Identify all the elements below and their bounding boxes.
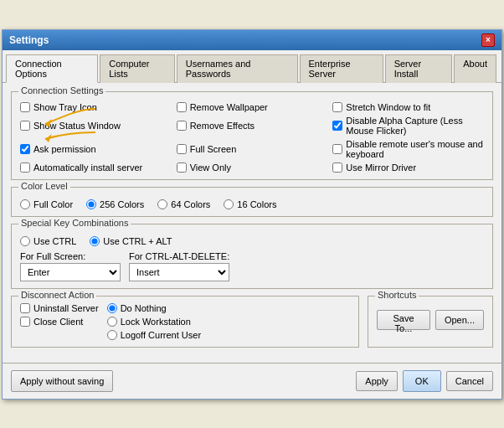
full-screen-dropdown-group: For Full Screen: Enter F1 F2 [20, 251, 121, 281]
use-ctrl-alt: Use CTRL + ALT [90, 236, 172, 246]
checkbox-remove-wallpaper-input[interactable] [177, 102, 187, 112]
apply-without-saving-button[interactable]: Apply without saving [11, 370, 113, 392]
tab-usernames-passwords[interactable]: Usernames and Passwords [177, 54, 298, 83]
checkbox-show-status-window: Show Status Window [20, 116, 172, 136]
checkbox-disable-remote-mouse-input[interactable] [332, 144, 342, 154]
checkbox-uninstall-server: Uninstall Server [20, 303, 99, 313]
checkbox-auto-install-input[interactable] [20, 162, 30, 173]
checkbox-show-status-window-input[interactable] [20, 121, 30, 131]
title-bar: Settings × [3, 30, 501, 50]
apply-button[interactable]: Apply [356, 371, 398, 391]
full-screen-select[interactable]: Enter F1 F2 [20, 263, 121, 281]
radio-lock-workstation[interactable] [107, 317, 117, 327]
connection-settings-label: Connection Settings [18, 85, 105, 95]
tab-bar: Connection Options Computer Lists Userna… [3, 50, 501, 83]
close-button[interactable]: × [481, 34, 495, 47]
tab-server-install[interactable]: Server Install [385, 54, 453, 83]
color-level-options: Full Color 256 Colors 64 Colors 16 Color… [20, 199, 484, 209]
tab-enterprise-server[interactable]: Enterprise Server [300, 54, 383, 83]
radio-full-color[interactable] [20, 199, 30, 209]
color-level-section: Color Level Full Color 256 Colors 64 Col… [11, 187, 493, 217]
special-key-section: Special Key Combinations Use CTRL Use CT… [11, 224, 493, 289]
special-key-label: Special Key Combinations [18, 218, 131, 228]
checkbox-show-tray-icon-input[interactable] [20, 102, 30, 112]
key-dropdowns: For Full Screen: Enter F1 F2 For CTRL-AL… [20, 251, 484, 281]
ctrl-alt-delete-label: For CTRL-ALT-DELETE: [129, 251, 229, 261]
radio-use-ctrl-alt[interactable] [90, 236, 100, 246]
radio-16-colors[interactable] [224, 199, 234, 209]
tab-computer-lists[interactable]: Computer Lists [100, 54, 175, 83]
shortcuts-label: Shortcuts [375, 290, 419, 300]
full-screen-dropdown-label: For Full Screen: [20, 251, 121, 261]
checkbox-show-tray-icon: Show Tray Icon [20, 102, 172, 112]
checkbox-close-client: Close Client [20, 317, 99, 327]
color-full-color: Full Color [20, 199, 73, 209]
radio-256-colors[interactable] [86, 199, 96, 209]
disconnect-logoff: Logoff Current User [107, 330, 201, 340]
checkbox-view-only: View Only [177, 162, 328, 173]
ctrl-alt-delete-select[interactable]: Insert F1 F2 [129, 263, 229, 281]
checkbox-view-only-input[interactable] [177, 162, 187, 173]
radio-logoff[interactable] [107, 330, 117, 340]
disconnect-section: Disconnect Action Uninstall Server Close… [11, 296, 359, 348]
ok-button[interactable]: OK [403, 370, 441, 392]
color-64: 64 Colors [157, 199, 210, 209]
checkbox-ask-permission: Ask permission [20, 139, 172, 159]
open-button[interactable]: Open... [435, 310, 484, 330]
disconnect-do-nothing: Do Nothing [107, 303, 201, 313]
disconnect-label: Disconnect Action [18, 290, 96, 300]
cancel-button[interactable]: Cancel [446, 371, 493, 391]
checkbox-use-mirror-driver-input[interactable] [332, 162, 342, 173]
tab-connection-options[interactable]: Connection Options [6, 54, 98, 83]
checkbox-stretch-window-input[interactable] [332, 102, 342, 112]
disconnect-options: Uninstall Server Close Client Do Nothing [20, 303, 350, 340]
disconnect-checkboxes: Uninstall Server Close Client [20, 303, 99, 340]
save-to-button[interactable]: Save To... [377, 310, 430, 330]
checkbox-remove-effects: Remove Effects [177, 116, 328, 136]
checkbox-stretch-window: Stretch Window to fit [332, 102, 484, 112]
tab-content: Connection Settings Show Tray Icon Remov [3, 83, 501, 363]
tab-about[interactable]: About [454, 54, 496, 83]
checkbox-full-screen-input[interactable] [177, 144, 187, 154]
radio-use-ctrl[interactable] [20, 236, 30, 246]
color-256: 256 Colors [86, 199, 144, 209]
checkbox-auto-install: Automatically install server [20, 162, 172, 173]
checkbox-disable-remote-mouse: Disable remote user's mouse and keyboard [332, 139, 484, 159]
radio-do-nothing[interactable] [107, 303, 117, 313]
settings-window: Settings × Connection Options Computer L… [2, 29, 502, 400]
use-ctrl: Use CTRL [20, 236, 76, 246]
checkbox-remove-wallpaper: Remove Wallpaper [177, 102, 328, 112]
checkbox-use-mirror-driver: Use Mirror Driver [332, 162, 484, 173]
checkbox-disable-alpha: Disable Alpha Capture (Less Mouse Flicke… [332, 116, 484, 136]
checkbox-full-screen: Full Screen [177, 139, 328, 159]
footer: Apply without saving Apply OK Cancel [3, 363, 501, 399]
footer-left: Apply without saving [11, 370, 351, 392]
color-level-label: Color Level [18, 181, 70, 191]
window-title: Settings [9, 34, 49, 46]
radio-64-colors[interactable] [157, 199, 167, 209]
ctrl-alt-delete-dropdown-group: For CTRL-ALT-DELETE: Insert F1 F2 [129, 251, 229, 281]
color-16: 16 Colors [224, 199, 276, 209]
shortcuts-section: Shortcuts Save To... Open... [368, 296, 493, 348]
disconnect-lock-workstation: Lock Workstation [107, 317, 201, 327]
bottom-section: Disconnect Action Uninstall Server Close… [11, 296, 493, 348]
disconnect-radios: Do Nothing Lock Workstation Logoff Curre… [107, 303, 201, 340]
checkbox-close-client-input[interactable] [20, 317, 30, 327]
connection-checkboxes: Show Tray Icon Remove Wallpaper Stretch … [20, 102, 484, 173]
shortcuts-buttons: Save To... Open... [377, 310, 484, 330]
checkbox-remove-effects-input[interactable] [177, 121, 187, 131]
connection-settings-section: Connection Settings Show Tray Icon Remov [11, 91, 493, 180]
checkbox-uninstall-server-input[interactable] [20, 303, 30, 313]
checkbox-ask-permission-input[interactable] [20, 144, 30, 154]
special-key-options: Use CTRL Use CTRL + ALT [20, 236, 484, 246]
checkbox-disable-alpha-input[interactable] [332, 121, 342, 131]
